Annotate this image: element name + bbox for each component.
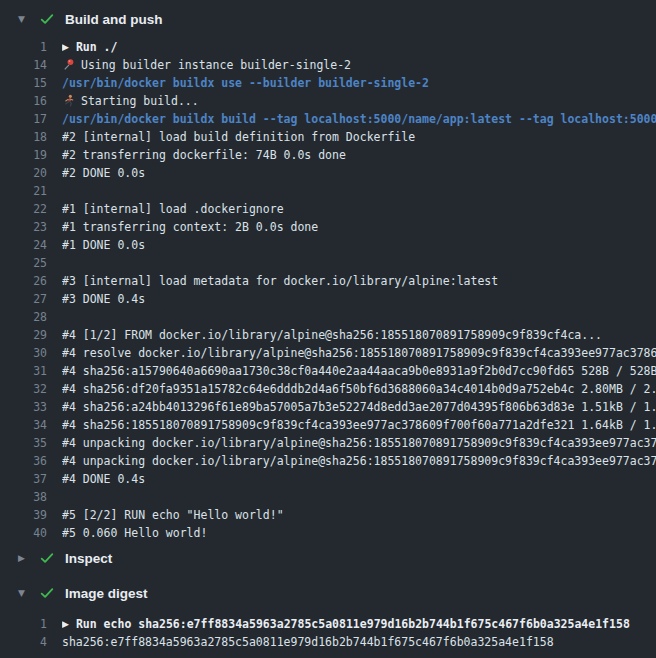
log-text [62, 182, 656, 200]
chevron-down-icon[interactable]: ▼ [18, 15, 30, 24]
log-text: Starting build... [62, 92, 656, 110]
line-number[interactable]: 21 [0, 182, 47, 200]
log-text: #4 sha256:df20fa9351a15782c64e6dddb2d4a6… [62, 380, 656, 398]
line-number[interactable]: 27 [0, 290, 47, 308]
log-text: #1 transferring context: 2B 0.0s done [62, 218, 656, 236]
line-number[interactable]: 19 [0, 146, 47, 164]
log-line: 40#5 0.060 Hello world! [0, 524, 656, 542]
line-number[interactable]: 37 [0, 470, 47, 488]
log-line: 18#2 [internal] load build definition fr… [0, 128, 656, 146]
log-line: 4sha256:e7ff8834a5963a2785c5a0811e979d16… [0, 633, 656, 651]
run-group-toggle-icon[interactable]: ▶ [62, 38, 69, 56]
log-line: 22#1 [internal] load .dockerignore [0, 200, 656, 218]
log-text-content: #4 DONE 0.4s [62, 472, 145, 486]
check-icon [39, 11, 55, 27]
log-text-content: /usr/bin/docker buildx build --tag local… [62, 112, 656, 126]
log-line: 31#4 sha256:a15790640a6690aa1730c38cf0a4… [0, 362, 656, 380]
section-title: Inspect [65, 551, 112, 566]
log-line: 27#3 DONE 0.4s [0, 290, 656, 308]
log-line: 34#4 sha256:185518070891758909c9f839cf4c… [0, 416, 656, 434]
line-number[interactable]: 15 [0, 74, 47, 92]
log-text-content: #3 DONE 0.4s [62, 292, 145, 306]
log-text-content: #5 0.060 Hello world! [62, 526, 207, 540]
line-number[interactable]: 22 [0, 200, 47, 218]
section-header-image-digest[interactable]: ▼Image digest [0, 574, 656, 612]
line-number[interactable]: 16 [0, 92, 47, 110]
log-line: 26#3 [internal] load metadata for docker… [0, 272, 656, 290]
log-text: #4 unpacking docker.io/library/alpine@sh… [62, 434, 656, 452]
line-number[interactable]: 40 [0, 524, 47, 542]
log-text-content: #1 DONE 0.0s [62, 238, 145, 252]
log-line: 30#4 resolve docker.io/library/alpine@sh… [0, 344, 656, 362]
log-line: 19#2 transferring dockerfile: 74B 0.0s d… [0, 146, 656, 164]
line-number[interactable]: 35 [0, 434, 47, 452]
log-text: ▶Run echo sha256:e7ff8834a5963a2785c5a08… [62, 615, 656, 633]
log-text: #1 DONE 0.0s [62, 236, 656, 254]
log-line: 36#4 unpacking docker.io/library/alpine@… [0, 452, 656, 470]
line-number[interactable]: 39 [0, 506, 47, 524]
check-icon [39, 585, 55, 601]
log-line: 21 [0, 182, 656, 200]
line-number[interactable]: 31 [0, 362, 47, 380]
log-text: /usr/bin/docker buildx build --tag local… [62, 110, 656, 128]
line-number[interactable]: 20 [0, 164, 47, 182]
run-group-toggle-icon[interactable]: ▶ [62, 615, 69, 633]
line-number[interactable]: 17 [0, 110, 47, 128]
log-line: 37#4 DONE 0.4s [0, 470, 656, 488]
log-text-content: Using builder instance builder-single-2 [81, 58, 351, 72]
log-line: 23#1 transferring context: 2B 0.0s done [0, 218, 656, 236]
line-number[interactable]: 1 [0, 615, 47, 633]
log-text: #2 transferring dockerfile: 74B 0.0s don… [62, 146, 656, 164]
log-text-content: #2 DONE 0.0s [62, 166, 145, 180]
log-section-inspect: ▶Inspect [0, 542, 656, 574]
line-number[interactable]: 36 [0, 452, 47, 470]
line-number[interactable]: 18 [0, 128, 47, 146]
log-text-content: #4 resolve docker.io/library/alpine@sha2… [62, 346, 656, 360]
log-line: 14Using builder instance builder-single-… [0, 56, 656, 74]
log-text-content: #4 unpacking docker.io/library/alpine@sh… [62, 436, 656, 450]
line-number[interactable]: 23 [0, 218, 47, 236]
log-text: #5 0.060 Hello world! [62, 524, 656, 542]
log-text: #4 [1/2] FROM docker.io/library/alpine@s… [62, 326, 656, 344]
log-lines-build-and-push: 1▶Run ./14Using builder instance builder… [0, 38, 656, 542]
chevron-down-icon[interactable]: ▼ [18, 589, 30, 598]
section-title: Image digest [65, 586, 148, 601]
line-number[interactable]: 33 [0, 398, 47, 416]
line-number[interactable]: 1 [0, 38, 47, 56]
line-number[interactable]: 25 [0, 254, 47, 272]
log-line: 16Starting build... [0, 92, 656, 110]
line-number[interactable]: 14 [0, 56, 47, 74]
log-text-content: #4 sha256:185518070891758909c9f839cf4ca3… [62, 418, 656, 432]
log-text [62, 254, 656, 272]
log-text: #3 DONE 0.4s [62, 290, 656, 308]
log-line: 35#4 unpacking docker.io/library/alpine@… [0, 434, 656, 452]
log-text-content: Run ./ [76, 40, 118, 54]
log-line: 29#4 [1/2] FROM docker.io/library/alpine… [0, 326, 656, 344]
line-number[interactable]: 32 [0, 380, 47, 398]
log-section-build-and-push: ▼Build and push1▶Run ./14Using builder i… [0, 0, 656, 542]
section-header-inspect[interactable]: ▶Inspect [0, 542, 656, 574]
line-number[interactable]: 30 [0, 344, 47, 362]
log-line: 15/usr/bin/docker buildx use --builder b… [0, 74, 656, 92]
line-number[interactable]: 26 [0, 272, 47, 290]
line-number[interactable]: 28 [0, 308, 47, 326]
section-title: Build and push [65, 12, 163, 27]
log-text-content: Run echo sha256:e7ff8834a5963a2785c5a081… [76, 617, 630, 631]
line-number[interactable]: 24 [0, 236, 47, 254]
line-number[interactable]: 34 [0, 416, 47, 434]
line-number[interactable]: 29 [0, 326, 47, 344]
section-header-build-and-push[interactable]: ▼Build and push [0, 0, 656, 38]
log-line: 24#1 DONE 0.0s [0, 236, 656, 254]
log-text-content: #1 transferring context: 2B 0.0s done [62, 220, 318, 234]
pushpin-icon [62, 58, 75, 71]
log-text-content: #4 sha256:a15790640a6690aa1730c38cf0a440… [62, 364, 656, 378]
log-text: #4 sha256:a24bb4013296f61e89ba57005a7b3e… [62, 398, 656, 416]
log-text: #4 unpacking docker.io/library/alpine@sh… [62, 452, 656, 470]
log-text-content: #4 unpacking docker.io/library/alpine@sh… [62, 454, 656, 468]
log-text-content: #4 sha256:df20fa9351a15782c64e6dddb2d4a6… [62, 382, 656, 396]
chevron-right-icon[interactable]: ▶ [18, 554, 30, 563]
log-text: #2 [internal] load build definition from… [62, 128, 656, 146]
line-number[interactable]: 4 [0, 633, 47, 651]
log-text: /usr/bin/docker buildx use --builder bui… [62, 74, 656, 92]
line-number[interactable]: 38 [0, 488, 47, 506]
